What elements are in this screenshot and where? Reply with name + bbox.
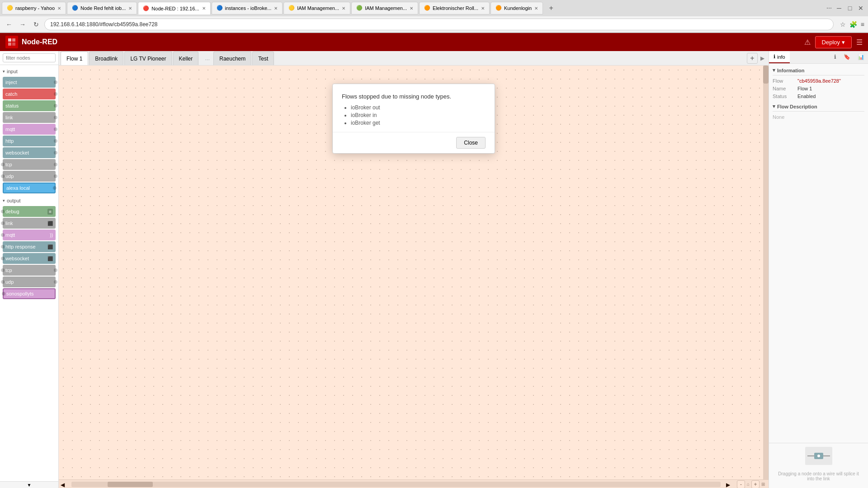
forward-button[interactable]: → (17, 19, 28, 30)
tab-nodered[interactable]: 🔴 Node-RED : 192.16... ✕ (138, 2, 210, 14)
extensions-icon[interactable]: 🧩 (849, 21, 857, 28)
flow-tab-keller-label: Keller (179, 56, 193, 62)
node-http-resp-port-left (1, 245, 5, 249)
tab-label-raspberry: raspberry - Yahoo (15, 5, 55, 11)
flow-tab-test-label: Test (258, 56, 268, 62)
modal-footer: Close (333, 132, 495, 153)
url-bar[interactable]: 192.168.6.148:1880/#flow/cb45959a.8ee728 (44, 19, 834, 30)
node-websocket-out-label: websocket (5, 256, 29, 261)
panel-bottom-area: Dragging a node onto a wire will splice … (769, 443, 868, 488)
node-alexa-port-right (53, 186, 57, 190)
panel-content: ▾ Information Flow "cb45959a.8ee728" Nam… (769, 64, 868, 257)
add-flow-button[interactable]: + (747, 53, 758, 64)
node-http-resp-icon: ⬛ (47, 244, 53, 249)
flow-tab-broadlink[interactable]: Broadlink (89, 52, 123, 65)
node-tcp-out-port-left (1, 268, 5, 272)
node-http-response[interactable]: http response ⬛ (3, 241, 56, 252)
tab-label-instances: instances - ioBroke... (225, 5, 272, 11)
node-websocket[interactable]: websocket (3, 147, 56, 158)
modal-list-item-2: ioBroker in (351, 112, 486, 118)
menu-hamburger-icon[interactable]: ☰ (856, 38, 863, 47)
section-output-header[interactable]: ▾ output (0, 196, 58, 205)
section-input-header[interactable]: ▾ input (0, 67, 58, 76)
tab-close-iam2[interactable]: ✕ (410, 6, 413, 11)
maximize-button[interactable]: □ (844, 3, 855, 14)
node-mqtt-out-label: mqtt (5, 232, 15, 238)
node-link-port-right (54, 116, 57, 119)
tab-close-elektronisch[interactable]: ✕ (481, 6, 485, 11)
node-http-port-right (54, 139, 57, 143)
tab-elektronisch[interactable]: 🟠 Elektronischer Roll... ✕ (419, 2, 490, 14)
tab-close-raspberry[interactable]: ✕ (57, 6, 61, 11)
nodered-title: Node-RED (22, 38, 57, 46)
svg-point-6 (817, 455, 820, 457)
flow-tab-raeuchem-visible[interactable]: Raeuchem (213, 52, 251, 65)
tab-close-instances[interactable]: ✕ (274, 6, 278, 11)
panel-info-icon[interactable]: ℹ (830, 51, 840, 63)
node-http-resp-label: http response (5, 244, 36, 249)
filter-nodes-input[interactable] (3, 53, 56, 62)
refresh-button[interactable]: ↻ (31, 19, 42, 30)
sidebar-left: ▾ input inject catch status link (0, 51, 59, 488)
panel-chart-icon[interactable]: 📊 (854, 51, 868, 63)
browser-chrome: 🟡 raspberry - Yahoo ✕ 🔵 Node Red fehlt i… (0, 0, 868, 33)
node-alexa-local[interactable]: alexa local (3, 183, 56, 193)
deploy-button[interactable]: Deploy ▾ (815, 36, 852, 48)
panel-bottom-hint: Dragging a node onto a wire will splice … (773, 468, 864, 485)
node-status[interactable]: status (3, 100, 56, 111)
flow-tab-flow1[interactable]: Flow 1 (61, 52, 88, 65)
app: Node-RED ⚠ Deploy ▾ ☰ ▾ input (0, 33, 868, 488)
node-tcp[interactable]: tcp (3, 159, 56, 170)
minimize-button[interactable]: ─ (834, 3, 844, 14)
tab-instances[interactable]: 🔵 instances - ioBroke... ✕ (212, 2, 283, 14)
tab-favicon-iam2: 🟢 (356, 5, 363, 11)
panel-label-flow: Flow (773, 78, 797, 84)
flow-tab-flow1-label: Flow 1 (66, 56, 82, 62)
node-http[interactable]: http (3, 136, 56, 146)
node-mqtt-output[interactable]: mqtt )) (3, 230, 56, 240)
svg-rect-2 (8, 42, 11, 46)
tab-iam2[interactable]: 🟢 IAM Managemen... ✕ (351, 2, 418, 14)
close-window-button[interactable]: ✕ (855, 3, 866, 14)
tab-close-noderedfehlt[interactable]: ✕ (128, 6, 132, 11)
tab-close-iam1[interactable]: ✕ (342, 6, 345, 11)
node-udp-output[interactable]: udp (3, 277, 56, 287)
node-udp[interactable]: udp (3, 171, 56, 182)
node-mqtt[interactable]: mqtt (3, 124, 56, 135)
panel-bookmark-icon[interactable]: 🔖 (840, 51, 854, 63)
tab-close-nodered[interactable]: ✕ (202, 6, 206, 11)
node-tcp-output[interactable]: tcp (3, 265, 56, 276)
tab-raspberry[interactable]: 🟡 raspberry - Yahoo ✕ (2, 2, 66, 14)
svg-rect-1 (12, 38, 15, 42)
flow-tab-test-visible[interactable]: Test (252, 52, 274, 65)
node-sonos-label: sonospollyts (6, 291, 34, 296)
node-link-out-label: link (5, 221, 13, 226)
sidebar-scroll-down[interactable]: ▼ (0, 481, 58, 488)
node-link[interactable]: link (3, 112, 56, 123)
tab-kundenlogin[interactable]: 🟠 Kundenlogin ✕ (491, 2, 543, 14)
section-input-label: input (7, 69, 18, 74)
tab-iam1[interactable]: 🟡 IAM Managemen... ✕ (283, 2, 350, 14)
bookmark-star-icon[interactable]: ☆ (840, 21, 846, 28)
node-udp-port-left (1, 174, 5, 178)
tab-close-kundenlogin[interactable]: ✕ (534, 6, 538, 11)
tab-noderedfehlt[interactable]: 🔵 Node Red fehlt iob... ✕ (67, 2, 137, 14)
flow-tabs-scroll-right[interactable]: ▶ (758, 52, 767, 65)
panel-tab-info[interactable]: ℹ info (769, 51, 790, 63)
node-websocket-output[interactable]: websocket ⬛ (3, 253, 56, 264)
node-link-output[interactable]: link ⬛ (3, 218, 56, 229)
nodered-header-right: ⚠ Deploy ▾ ☰ (804, 36, 863, 48)
menu-icon[interactable]: ≡ (861, 21, 864, 28)
flow-tab-keller[interactable]: Keller (173, 52, 199, 65)
node-debug[interactable]: debug ≡ (3, 206, 56, 217)
panel-value-flow: "cb45959a.8ee728" (797, 78, 841, 84)
flow-tab-lgtv[interactable]: LG TV Pioneer (124, 52, 172, 65)
tab-extensions-button[interactable]: ⋯ (825, 3, 834, 14)
node-sonos-port-left (2, 292, 5, 296)
modal-close-button[interactable]: Close (456, 137, 486, 149)
node-catch[interactable]: catch (3, 89, 56, 99)
back-button[interactable]: ← (4, 19, 14, 30)
node-sonospollyts[interactable]: sonospollyts (3, 288, 56, 299)
node-inject[interactable]: inject (3, 77, 56, 88)
new-tab-button[interactable]: + (546, 3, 557, 14)
